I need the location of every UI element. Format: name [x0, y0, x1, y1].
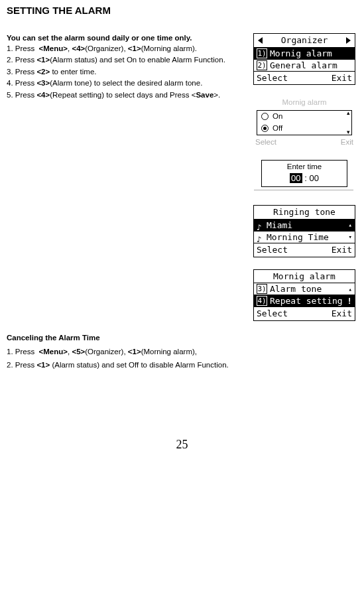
scroll-down-icon: ▾ [349, 233, 352, 241]
tone-item-miami: Miami ▴ [254, 219, 355, 231]
screen-header: Organizer [254, 34, 355, 47]
softkey-bar: Select Exit [254, 243, 355, 257]
header-label: Ringing tone [273, 207, 335, 217]
item-number: 1) [257, 48, 267, 58]
option-on: On [257, 111, 351, 123]
item-label: Repeat setting [270, 295, 343, 307]
screen-ringing-tone: Ringing tone Miami ▴ Morning Time ▾ Sele… [253, 205, 355, 257]
item-label: Mornig alarm [270, 48, 332, 60]
scroll-up-icon: ▴ [349, 285, 352, 293]
scroll-up-icon: ▴ [349, 221, 352, 229]
item-number: 3) [257, 284, 267, 294]
cancel-section-title: Canceling the Alarm Time [7, 333, 357, 344]
step-1: 1. Press <Menu>, <4>(Organizer), <1>(Mor… [7, 44, 247, 54]
cancel-step-1: 1. Press <Menu>, <5>(Organizer), <1>(Mor… [7, 347, 357, 358]
step-5: 5. Press <4>(Repeat setting) to select d… [7, 90, 247, 101]
step-4: 4. Press <3>(Alarm tone) to select the d… [7, 78, 247, 89]
step-2: 2. Press <1>(Alarm status) and set On to… [7, 55, 247, 66]
divider [254, 190, 353, 190]
instructions-column: You can set the alarm sound daily or one… [7, 33, 247, 101]
item-label: General alarm [270, 60, 337, 72]
intro-text: You can set the alarm sound daily or one… [7, 33, 247, 44]
softkey-select: Select [257, 244, 288, 256]
item-label: Miami [267, 220, 292, 232]
item-number: 4) [257, 296, 267, 306]
header-label: Organizer [281, 35, 328, 45]
enter-time-box: Enter time 00 : 00 [261, 160, 347, 187]
time-value: 00 : 00 [262, 172, 347, 184]
item-number: 2) [257, 60, 267, 70]
tone-item-morning-time: Morning Time ▾ [254, 231, 355, 243]
arrow-right-icon [346, 37, 351, 44]
radio-group: ▴ On Off ▾ [257, 110, 352, 135]
time-sep: : [302, 173, 310, 183]
option-off: Off [257, 123, 351, 135]
radio-on-icon [261, 125, 269, 132]
menu-item-alarm-tone: 3) Alarm tone ▴ [254, 283, 355, 295]
option-label: Off [273, 123, 282, 134]
page-title: SETTING THE ALARM [7, 4, 357, 17]
cancel-steps: 1. Press <Menu>, <5>(Organizer), <1>(Mor… [7, 347, 357, 370]
menu-item-repeat-setting: 4) Repeat setting ! [254, 295, 355, 306]
enter-time-label: Enter time [262, 162, 347, 172]
screen-header: Mornig alarm [254, 269, 355, 283]
softkey-exit: Exit [332, 72, 352, 84]
screen-repeat-setting: Mornig alarm 3) Alarm tone ▴ 4) Repeat s… [253, 269, 355, 321]
option-label: On [273, 111, 282, 122]
scroll-down-icon: ▾ [347, 129, 350, 135]
music-note-icon [257, 233, 264, 241]
item-label: Alarm tone [270, 283, 322, 295]
arrow-left-icon [258, 37, 263, 44]
music-note-icon [257, 222, 264, 229]
step-3: 3. Press <2> to enter time. [7, 67, 247, 78]
scroll-up-icon: ▴ [347, 110, 350, 116]
time-minutes: 00 [309, 173, 318, 183]
screen-enter-time: Enter time 00 : 00 [254, 160, 355, 193]
item-label: Morning Time [267, 232, 329, 243]
screenshots-column: Organizer 1) Mornig alarm 2) General ala… [251, 33, 357, 320]
screen-mornig-onoff: Mornig alarm ▴ On Off ▾ Select Exit [254, 97, 355, 148]
softkey-select: Select [257, 308, 288, 320]
menu-item-mornig-alarm: 1) Mornig alarm [254, 47, 355, 59]
menu-item-general-alarm: 2) General alarm [254, 59, 355, 71]
page-number: 25 [7, 436, 357, 452]
softkey-bar-faded: Select Exit [254, 137, 355, 149]
header-label: Mornig alarm [273, 271, 335, 281]
screen-organizer: Organizer 1) Mornig alarm 2) General ala… [253, 33, 355, 85]
softkey-exit: Exit [341, 137, 353, 148]
softkey-select: Select [257, 72, 288, 84]
softkey-exit: Exit [332, 244, 352, 256]
softkey-exit: Exit [332, 308, 352, 320]
content-row: You can set the alarm sound daily or one… [7, 33, 357, 320]
screen-header: Ringing tone [254, 205, 355, 219]
screen-title-faded: Mornig alarm [254, 97, 355, 109]
softkey-select: Select [255, 137, 276, 148]
softkey-bar: Select Exit [254, 71, 355, 85]
time-hours: 00 [290, 173, 302, 183]
alert-icon: ! [347, 295, 352, 307]
cancel-step-2: 2. Press <1> (Alarm status) and set Off … [7, 360, 357, 371]
radio-off-icon [261, 113, 269, 120]
softkey-bar: Select Exit [254, 306, 355, 320]
